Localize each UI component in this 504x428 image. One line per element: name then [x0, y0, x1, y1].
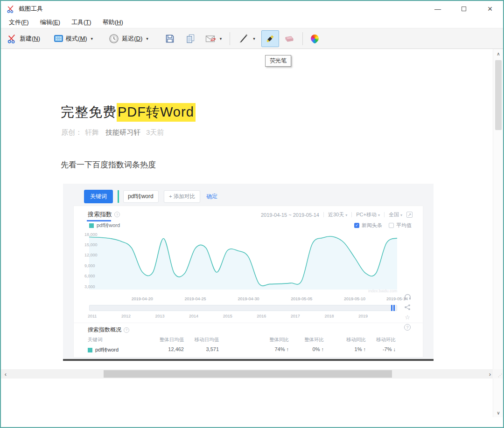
keyword-button: 关键词 [84, 190, 113, 203]
info-icon: ? [114, 212, 120, 217]
year-label: 2011 [88, 314, 97, 318]
highlighter-icon [265, 33, 276, 44]
toolbar: 新建(N) 模式(M) ▾ 延迟(D) ▾ [1, 28, 503, 49]
help-icon: ? [404, 324, 411, 331]
delay-button[interactable]: 延迟(D) ▾ [105, 31, 152, 47]
highlighter-button[interactable] [261, 30, 279, 47]
pen-button[interactable]: ▾ [235, 30, 259, 47]
eraser-icon [283, 35, 294, 43]
search-index-title: 搜索指数 [88, 210, 112, 219]
minimize-button[interactable]: — [425, 1, 451, 17]
article-title: 完整免费PDF转Word [61, 103, 196, 122]
close-icon: × [488, 4, 493, 14]
copy-button[interactable] [182, 31, 198, 46]
horizontal-scroll-thumb[interactable] [104, 370, 392, 378]
pen-icon [238, 33, 249, 44]
scroll-right-icon: › [489, 371, 491, 378]
input-accent-bar [118, 190, 119, 203]
headset-icon [404, 294, 411, 300]
keyword-input: pdf转word [123, 190, 159, 203]
star-icon: ☆ [405, 314, 410, 320]
email-dropdown-icon[interactable]: ▾ [220, 36, 222, 41]
row-swatch [88, 348, 92, 352]
overview-title: 搜索指数概况 [88, 326, 121, 334]
scroll-left-icon: ‹ [5, 371, 7, 378]
save-button[interactable] [162, 31, 178, 46]
article-paragraph: 先看一下百度指数词条热度 [61, 159, 156, 170]
eraser-button[interactable] [280, 32, 298, 46]
year-label: 2014 [189, 314, 198, 318]
menu-help[interactable]: 帮助(H) [103, 18, 123, 27]
scroll-down-button[interactable]: ∨ [493, 408, 504, 417]
vertical-scroll-thumb[interactable] [495, 60, 502, 130]
mode-icon [54, 35, 63, 42]
maximize-button[interactable] [451, 1, 477, 17]
article-title-plain: 完整免费 [61, 104, 117, 119]
byline-author: 轩舞 [85, 128, 99, 136]
year-label: 2019 [358, 314, 368, 318]
menu-edit[interactable]: 编辑(E) [40, 18, 60, 27]
overview-title-row: 搜索指数概况 ? [88, 326, 129, 334]
delay-label: 延迟(D) [122, 35, 142, 43]
copy-icon [186, 34, 195, 43]
email-button[interactable]: ▾ [202, 32, 225, 46]
close-button[interactable]: × [477, 1, 503, 17]
info-icon: ? [124, 327, 129, 333]
timeline-slider [89, 305, 397, 311]
byline-account: 技能研习轩 [105, 128, 140, 136]
chevron-down-icon: ▾ [345, 213, 347, 217]
delay-dropdown-icon[interactable]: ▾ [146, 36, 148, 41]
menu-bar: 文件(F) 编辑(E) 工具(T) 帮助(H) [1, 17, 503, 28]
mode-label: 模式(M) [66, 35, 87, 43]
vertical-scrollbar[interactable]: ∧ ∨ [493, 49, 503, 417]
pen-dropdown-icon[interactable]: ▾ [253, 36, 255, 41]
snipping-tool-window: 截图工具 — × 文件(F) 编辑(E) 工具(T) 帮助(H) 新建(N) 模… [0, 0, 504, 428]
scroll-up-icon: ∧ [497, 51, 500, 56]
highlighter-tooltip: 荧光笔 [265, 55, 291, 67]
slider-handle [390, 305, 396, 311]
title-bar: 截图工具 — × [1, 1, 503, 17]
chevron-down-icon: ▾ [378, 213, 380, 217]
highlighted-text: PDF转Word [117, 103, 196, 122]
svg-text:2019-04-30: 2019-04-30 [238, 297, 259, 301]
scroll-up-button[interactable]: ∧ [493, 49, 504, 58]
svg-text:6,000: 6,000 [84, 274, 95, 278]
new-snip-label: 新建(N) [20, 35, 40, 43]
save-icon [165, 34, 175, 43]
byline-origin: 原创： [61, 128, 82, 136]
byline-time: 3天前 [146, 128, 164, 136]
article-byline: 原创：轩舞技能研习轩3天前 [61, 128, 164, 137]
resize-grip[interactable]: ⋰ [493, 369, 503, 379]
new-snip-button[interactable]: 新建(N) [4, 31, 43, 46]
scroll-left-button[interactable]: ‹ [1, 369, 10, 379]
year-label: 2016 [257, 314, 266, 318]
year-label: 2013 [155, 314, 164, 318]
mode-button[interactable]: 模式(M) ▾ [51, 32, 96, 46]
filter-timespan: 近30天▾ [328, 211, 347, 218]
menu-file[interactable]: 文件(F) [9, 18, 29, 27]
svg-text:3,000: 3,000 [84, 284, 95, 289]
svg-text:12,000: 12,000 [84, 253, 98, 257]
filter-device: PC+移动▾ [356, 211, 380, 218]
edit-with-paint3d-button[interactable] [308, 32, 322, 45]
horizontal-scrollbar[interactable]: ‹ › [1, 369, 495, 379]
search-index-chart: 18,00015,00012,0009,0006,0003,0002019-04… [83, 227, 414, 305]
year-label: 2017 [291, 314, 300, 318]
scissors-icon [7, 34, 17, 43]
mode-dropdown-icon[interactable]: ▾ [91, 36, 93, 41]
maximize-icon [462, 7, 466, 11]
menu-tools[interactable]: 工具(T) [71, 18, 91, 27]
toolbar-separator [302, 32, 303, 45]
filter-region: 全国▾ [389, 211, 402, 218]
chart-filters: 2019-04-15 ~ 2019-05-14 近30天▾ PC+移动▾ 全国▾… [261, 211, 413, 218]
helper-widget: ☆ ? [403, 294, 412, 331]
window-title: 截图工具 [19, 5, 43, 13]
baidu-search-row: 关键词 pdf转word + 添加对比 确定 [84, 190, 217, 203]
search-index-card: 搜索指数 ? 2019-04-15 ~ 2019-05-14 近30天▾ PC+… [73, 206, 423, 358]
snipping-tool-logo-icon [7, 5, 15, 13]
grip-icon: ⋰ [498, 373, 502, 378]
share-icon [404, 304, 411, 311]
snip-canvas[interactable]: 完整免费PDF转Word 原创：轩舞技能研习轩3天前 先看一下百度指数词条热度 … [1, 49, 495, 417]
minimize-icon: — [434, 5, 441, 13]
date-range: 2019-04-15 ~ 2019-05-14 [261, 212, 319, 218]
